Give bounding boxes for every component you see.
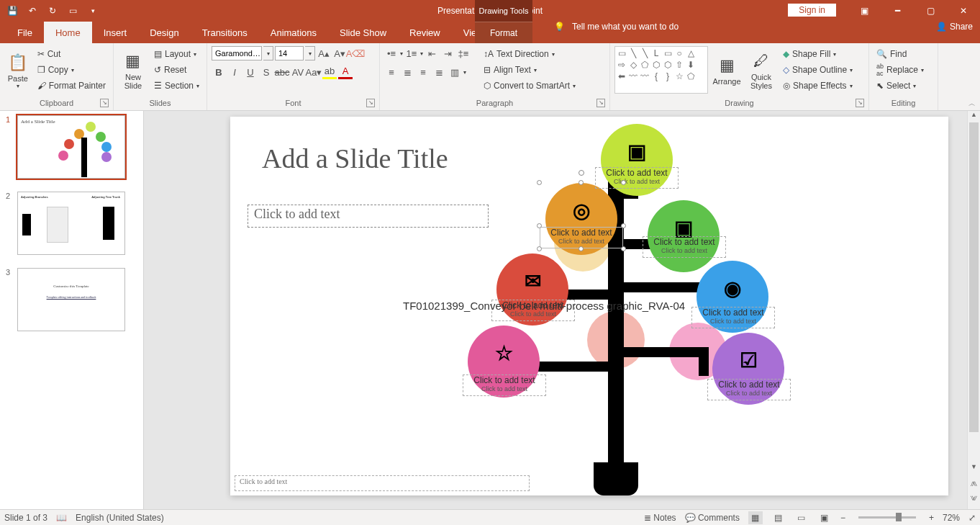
font-size-input[interactable] (275, 46, 304, 60)
tab-format[interactable]: Format (475, 22, 532, 43)
pink-text[interactable]: Click to add textClick to add text (463, 374, 546, 396)
zoom-handle[interactable] (896, 513, 902, 521)
replace-button[interactable]: abacReplace▾ (874, 62, 927, 78)
underline-button[interactable]: U (243, 65, 258, 79)
tab-insert[interactable]: Insert (92, 22, 139, 43)
format-painter-button[interactable]: 🖌Format Painter (35, 78, 109, 94)
paste-button[interactable]: 📋 Paste ▾ (4, 46, 32, 94)
clipboard-dialog-launcher[interactable]: ↘ (100, 99, 109, 107)
zoom-slider[interactable] (858, 516, 916, 519)
tab-design[interactable]: Design (138, 22, 190, 43)
justify-button[interactable]: ≣ (432, 65, 446, 79)
redo-button[interactable]: ↻ (43, 1, 62, 21)
maximize-button[interactable]: ▢ (914, 1, 947, 21)
share-button[interactable]: 👤 Share (936, 22, 973, 32)
slide-thumbnails-pane[interactable]: 1 Add a Slide Title 2 Adjusting Branches… (0, 111, 144, 509)
selection-handles[interactable] (540, 183, 623, 226)
tab-file[interactable]: File (6, 22, 44, 43)
purple-text[interactable]: Click to add textClick to add text (707, 379, 791, 400)
select-button[interactable]: ⬉Select▾ (874, 78, 927, 94)
cut-button[interactable]: ✂Cut (35, 46, 109, 62)
slide-editor[interactable]: Add a Slide Title Click to add text TF01… (144, 111, 967, 509)
normal-view-button[interactable]: ▦ (748, 511, 763, 524)
footer-placeholder[interactable]: Click to add text (235, 475, 530, 491)
tab-home[interactable]: Home (44, 22, 92, 43)
slide-counter[interactable]: Slide 1 of 3 (4, 513, 47, 523)
ribbon-display-options-button[interactable]: ▣ (848, 1, 881, 21)
font-size-dropdown[interactable]: ▾ (305, 46, 315, 60)
quick-styles-button[interactable]: 🖊Quick Styles (745, 46, 777, 94)
reading-view-button[interactable]: ▭ (794, 511, 809, 524)
zoom-in-button[interactable]: + (929, 513, 934, 523)
align-text-button[interactable]: ⊟Align Text▾ (481, 62, 579, 78)
copy-button[interactable]: ❐Copy▾ (35, 62, 109, 78)
spellcheck-icon[interactable]: 📖 (56, 513, 67, 523)
thumb-3-row[interactable]: 3 Customize this Template Template editi… (6, 268, 137, 331)
orange-text-selected[interactable]: Click to add textClick to add text (540, 227, 623, 248)
scroll-thumb[interactable] (969, 122, 979, 432)
reset-button[interactable]: ↺Reset (151, 62, 202, 78)
shrink-font-button[interactable]: A▾ (332, 46, 347, 60)
paragraph-dialog-launcher[interactable]: ↘ (596, 99, 605, 107)
find-button[interactable]: 🔍Find (874, 46, 927, 62)
collapse-ribbon-button[interactable]: ︿ (968, 99, 976, 109)
title-placeholder[interactable]: Add a Slide Title (262, 143, 448, 174)
tab-animations[interactable]: Animations (259, 22, 328, 43)
branch-f1[interactable] (622, 347, 709, 357)
tab-review[interactable]: Review (398, 22, 452, 43)
align-left-button[interactable]: ≡ (384, 65, 399, 79)
tree-base[interactable] (594, 462, 638, 495)
thumb-1-row[interactable]: 1 Add a Slide Title (6, 115, 137, 179)
blue-text[interactable]: Click to add textClick to add text (691, 307, 775, 328)
numbering-button[interactable]: 1≡ (404, 46, 419, 60)
increase-indent-button[interactable]: ⇥ (440, 46, 455, 60)
zoom-out-button[interactable]: − (840, 513, 845, 523)
font-name-dropdown[interactable]: ▾ (263, 46, 273, 60)
shape-outline-button[interactable]: ◇Shape Outline▾ (780, 62, 856, 78)
close-button[interactable]: ✕ (947, 1, 980, 21)
branch-f2[interactable] (699, 347, 709, 376)
section-button[interactable]: ☰Section▾ (151, 78, 202, 94)
shape-effects-button[interactable]: ◎Shape Effects▾ (780, 78, 856, 94)
columns-button[interactable]: ▥ (448, 65, 462, 79)
sorter-view-button[interactable]: ▤ (771, 511, 786, 524)
slide-canvas[interactable]: Add a Slide Title Click to add text TF01… (230, 117, 948, 495)
clear-formatting-button[interactable]: A⌫ (348, 46, 363, 60)
save-button[interactable]: 💾 (3, 1, 22, 21)
start-from-beginning-button[interactable]: ▭ (63, 1, 82, 21)
sign-in-button[interactable]: Sign in (788, 4, 836, 17)
green-text[interactable]: Click to add textClick to add text (643, 236, 726, 258)
shape-fill-button[interactable]: ◆Shape Fill▾ (780, 46, 856, 62)
fit-to-window-button[interactable]: ⤢ (968, 513, 976, 523)
thumb-2-row[interactable]: 2 Adjusting Branches Adjusting Tree Trun… (6, 192, 137, 255)
scroll-down-icon[interactable]: ▼ (968, 463, 980, 475)
vertical-scrollbar[interactable]: ▲ ▼ ⩕ ⩖ (967, 111, 980, 509)
bullets-button[interactable]: •≡ (384, 46, 399, 60)
branch-d1[interactable] (622, 282, 709, 292)
convert-smartart-button[interactable]: ⬡Convert to SmartArt▾ (481, 78, 579, 94)
line-spacing-button[interactable]: ‡≡ (456, 46, 471, 60)
align-center-button[interactable]: ≣ (400, 65, 414, 79)
font-color-button[interactable]: A (338, 65, 353, 79)
strike-button[interactable]: abc (275, 65, 289, 79)
arrange-button[interactable]: ▦Arrange (711, 46, 743, 94)
qat-customize-icon[interactable]: ▾ (83, 1, 102, 21)
char-spacing-button[interactable]: AV (291, 65, 305, 79)
bold-button[interactable]: B (212, 65, 226, 79)
slideshow-view-button[interactable]: ▣ (817, 511, 832, 524)
align-right-button[interactable]: ≡ (416, 65, 430, 79)
language-status[interactable]: English (United States) (76, 513, 164, 523)
drawing-dialog-launcher[interactable]: ↘ (856, 99, 864, 107)
minimize-button[interactable]: ━ (881, 1, 914, 21)
text-direction-button[interactable]: ↕AText Direction▾ (481, 46, 579, 62)
shapes-gallery[interactable]: ▭╲╲L▭○△ ⇨◇⬠⬡⬡⇧⬇ ⬅〰〰{}☆⬠ (614, 46, 708, 94)
new-slide-button[interactable]: ▦ New Slide (118, 46, 148, 94)
scroll-up-icon[interactable]: ▲ (968, 111, 980, 122)
layout-button[interactable]: ▤Layout▾ (151, 46, 202, 62)
next-slide-icon[interactable]: ⩖ (968, 493, 980, 505)
italic-button[interactable]: I (227, 65, 242, 79)
undo-button[interactable]: ↶ (23, 1, 42, 21)
notes-button[interactable]: ≣ Notes (644, 513, 676, 523)
decrease-indent-button[interactable]: ⇤ (425, 46, 439, 60)
font-name-input[interactable] (212, 46, 262, 60)
